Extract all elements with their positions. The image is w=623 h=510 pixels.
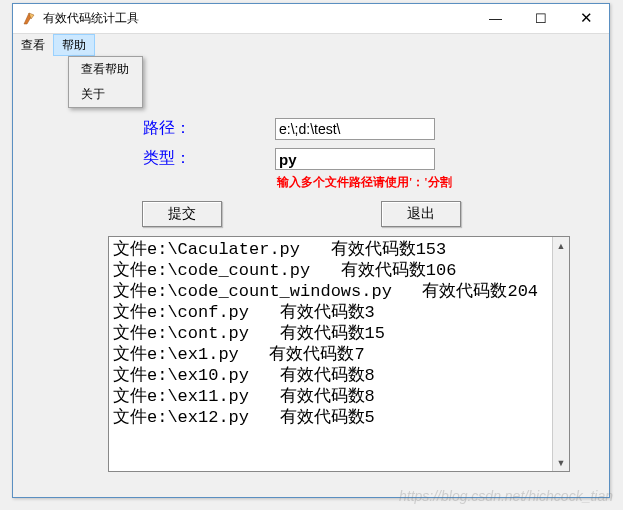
watermark: https://blog.csdn.net/hichcock_tian (399, 488, 613, 504)
minimize-button[interactable]: ― (473, 4, 518, 32)
path-row: 路径： (143, 118, 213, 139)
menu-help[interactable]: 帮助 (53, 34, 95, 56)
menubar: 查看 帮助 (13, 34, 609, 56)
submit-button[interactable]: 提交 (142, 201, 222, 227)
type-input[interactable] (275, 148, 435, 170)
scroll-down-icon[interactable]: ▼ (553, 454, 569, 471)
output-textarea[interactable]: 文件e:\Caculater.py 有效代码数153 文件e:\code_cou… (109, 237, 552, 471)
menu-about[interactable]: 关于 (69, 82, 142, 107)
app-feather-icon (21, 11, 37, 27)
maximize-button[interactable]: ☐ (518, 4, 563, 32)
type-label: 类型： (143, 148, 213, 169)
path-input[interactable] (275, 118, 435, 140)
hint-text: 输入多个文件路径请使用'：'分割 (277, 174, 452, 191)
menu-view[interactable]: 查看 (13, 34, 53, 56)
app-window: 有效代码统计工具 ― ☐ ✕ 查看 帮助 查看帮助 关于 路径： 类型： 输入多… (12, 3, 610, 498)
window-controls: ― ☐ ✕ (473, 4, 609, 33)
titlebar: 有效代码统计工具 ― ☐ ✕ (13, 4, 609, 34)
help-dropdown: 查看帮助 关于 (68, 56, 143, 108)
scrollbar[interactable]: ▲ ▼ (552, 237, 569, 471)
client-area: 路径： 类型： 输入多个文件路径请使用'：'分割 提交 退出 文件e:\Cacu… (13, 56, 609, 497)
type-row: 类型： (143, 148, 213, 169)
scroll-up-icon[interactable]: ▲ (553, 237, 569, 254)
exit-button[interactable]: 退出 (381, 201, 461, 227)
close-button[interactable]: ✕ (563, 4, 609, 32)
output-container: 文件e:\Caculater.py 有效代码数153 文件e:\code_cou… (108, 236, 570, 472)
menu-view-help[interactable]: 查看帮助 (69, 57, 142, 82)
path-label: 路径： (143, 118, 213, 139)
window-title: 有效代码统计工具 (43, 10, 473, 27)
